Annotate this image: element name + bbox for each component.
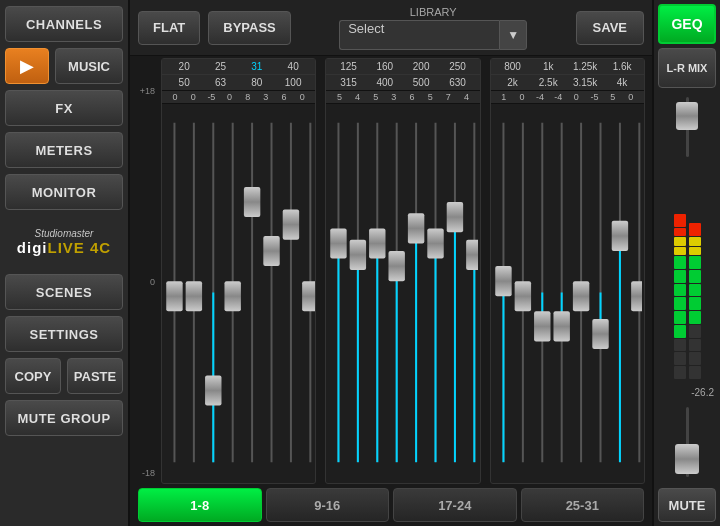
freq-400: 400 (374, 77, 396, 88)
gain-h1: 0 (515, 92, 529, 102)
db-value-container: -26.2 (658, 387, 716, 398)
gain-7: 0 (295, 92, 309, 102)
svg-rect-27 (369, 228, 385, 258)
gain-1: 0 (186, 92, 200, 102)
freq-25: 25 (209, 61, 231, 72)
top-bar: FLAT BYPASS LIBRARY Select ▼ SAVE (130, 0, 652, 56)
gain-m7: 4 (460, 92, 474, 102)
vu-bar-yellow2-r (689, 247, 701, 256)
fader-handle-1[interactable] (166, 281, 182, 311)
fx-button[interactable]: FX (5, 90, 123, 126)
eq-bands-container: 20 25 31 40 50 63 80 100 0 0 -5 (158, 58, 648, 484)
eq-band-low: 20 25 31 40 50 63 80 100 0 0 -5 (161, 58, 316, 484)
freq-20: 20 (173, 61, 195, 72)
page-tab-25-31[interactable]: 25-31 (521, 488, 645, 522)
freq-125: 125 (337, 61, 359, 72)
gain-m3: 3 (387, 92, 401, 102)
scale-mid: 0 (134, 277, 155, 287)
gain-m6: 7 (441, 92, 455, 102)
db-value: -26.2 (691, 387, 714, 398)
gain-h4: 0 (569, 92, 583, 102)
vu-bar-red-r (689, 223, 701, 236)
fader-handle-2[interactable] (186, 281, 202, 311)
bypass-button[interactable]: BYPASS (208, 11, 291, 45)
fader-handle-8[interactable] (302, 281, 315, 311)
right-panel: GEQ L-R MIX (652, 0, 720, 526)
freq-3.15k: 3.15k (573, 77, 597, 88)
freq-50: 50 (173, 77, 195, 88)
freq-160: 160 (374, 61, 396, 72)
vu-bar-off3-l (674, 366, 686, 379)
gain-m2: 5 (369, 92, 383, 102)
low-faders-svg (164, 104, 313, 481)
monitor-button[interactable]: MONITOR (5, 174, 123, 210)
gain-h6: 5 (606, 92, 620, 102)
meters-button[interactable]: METERS (5, 132, 123, 168)
svg-rect-47 (514, 281, 530, 311)
svg-rect-25 (331, 228, 347, 258)
vu-bar-yellow-l (674, 237, 686, 246)
gain-h7: 0 (624, 92, 638, 102)
flat-button[interactable]: FLAT (138, 11, 200, 45)
music-button[interactable]: MUSIC (55, 48, 123, 84)
freq-1.25k: 1.25k (573, 61, 597, 72)
fader-handle-5[interactable] (244, 187, 260, 217)
high-faders-area (491, 104, 644, 483)
vu-bar-green3-r (689, 284, 701, 297)
logo: Studiomaster digiLIVE 4C (5, 218, 123, 266)
settings-button[interactable]: SETTINGS (5, 316, 123, 352)
page-tab-17-24[interactable]: 17-24 (393, 488, 517, 522)
freq-100: 100 (282, 77, 304, 88)
vu-bar-red-l (674, 214, 686, 227)
vu-right (689, 166, 701, 379)
gain-5: 3 (259, 92, 273, 102)
library-dropdown-button[interactable]: ▼ (499, 20, 527, 50)
scale-top: +18 (134, 86, 155, 96)
svg-rect-53 (631, 281, 642, 311)
play-button[interactable]: ▶ (5, 48, 49, 84)
freq-1k: 1k (537, 61, 559, 72)
vu-bar-off2-r (689, 339, 701, 352)
channels-button[interactable]: CHANNELS (5, 6, 123, 42)
freq-2k: 2k (502, 77, 524, 88)
page-tab-1-8[interactable]: 1-8 (138, 488, 262, 522)
paste-button[interactable]: PASTE (67, 358, 123, 394)
scenes-button[interactable]: SCENES (5, 274, 123, 310)
mute-group-button[interactable]: MUTE GROUP (5, 400, 123, 436)
svg-rect-29 (408, 213, 424, 243)
gain-h5: -5 (588, 92, 602, 102)
freq-800: 800 (502, 61, 524, 72)
vu-bar-green2-l (674, 270, 686, 283)
vu-bar-green6-l (674, 325, 686, 338)
geq-button[interactable]: GEQ (658, 4, 716, 44)
mid-faders-area (326, 104, 479, 483)
copy-button[interactable]: COPY (5, 358, 61, 394)
fader-handle-7[interactable] (283, 210, 299, 240)
fader-handle-6[interactable] (263, 236, 279, 266)
library-select-text: Select (348, 21, 384, 36)
main-fader-handle[interactable] (675, 444, 699, 474)
freq-500: 500 (410, 77, 432, 88)
library-section: LIBRARY Select ▼ (299, 6, 568, 50)
page-tabs: 1-8 9-16 17-24 25-31 (134, 484, 648, 526)
save-button[interactable]: SAVE (576, 11, 644, 45)
fader-handle-4[interactable] (224, 281, 240, 311)
mid-faders-svg (328, 104, 477, 481)
lrmix-button[interactable]: L-R MIX (658, 48, 716, 88)
library-select[interactable]: Select (339, 20, 499, 50)
gain-m4: 6 (405, 92, 419, 102)
vu-bar-green5-l (674, 311, 686, 324)
vu-bar-green1-l (674, 256, 686, 269)
vu-bar-yellow-r (689, 237, 701, 246)
library-title: LIBRARY (339, 6, 527, 18)
vu-bar-green5-r (689, 311, 701, 324)
right-fader-handle[interactable] (676, 102, 698, 130)
mute-button[interactable]: MUTE (658, 488, 716, 522)
high-faders-svg (493, 104, 642, 481)
svg-rect-32 (466, 240, 477, 270)
fader-handle-3[interactable] (205, 375, 221, 405)
page-tab-9-16[interactable]: 9-16 (266, 488, 390, 522)
vu-bar-off1-l (674, 339, 686, 352)
svg-rect-46 (495, 266, 511, 296)
vu-bar-off1-r (689, 325, 701, 338)
